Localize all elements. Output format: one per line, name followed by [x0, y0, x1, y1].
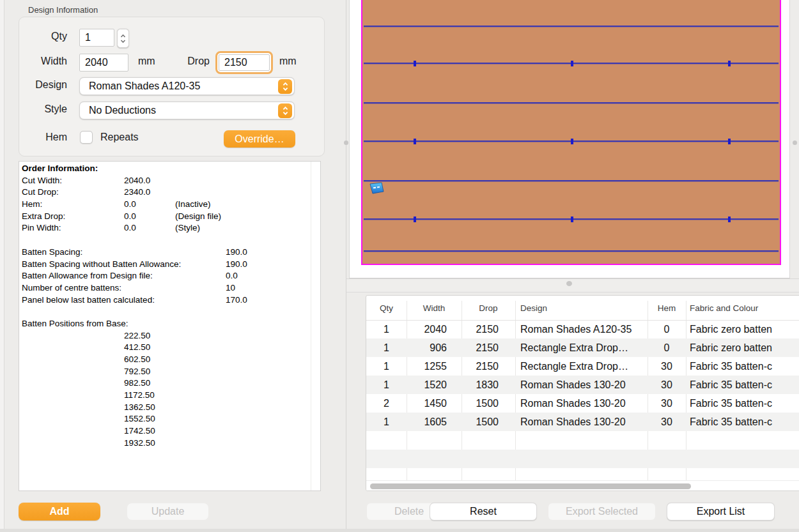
- order-info-line: [19, 234, 320, 247]
- column-header-design[interactable]: Design: [515, 296, 648, 320]
- shade-fabric-panel[interactable]: [361, 0, 781, 265]
- cell-width: 2040: [407, 320, 462, 338]
- order-information-box: Order Information:Cut Width:2040.0Cut Dr…: [19, 161, 321, 491]
- export-selected-button[interactable]: Export Selected: [548, 503, 656, 521]
- qty-input[interactable]: [79, 29, 114, 47]
- cell-drop: 2150: [462, 338, 515, 357]
- order-info-line: Batten Spacing:190.0: [19, 247, 320, 259]
- width-input[interactable]: [79, 54, 128, 72]
- order-info-note: (Inactive): [175, 199, 211, 209]
- add-button[interactable]: Add: [19, 503, 100, 521]
- order-info-label: Batten Allowance from Design file:: [22, 271, 153, 280]
- order-info-line: 222.50: [19, 330, 320, 342]
- column-header-fabric-and-colour[interactable]: Fabric and Colour: [686, 296, 799, 320]
- cell-width: 1520: [407, 376, 462, 394]
- hem-checkbox[interactable]: [80, 131, 93, 144]
- stepper-up-icon: [120, 34, 126, 38]
- splitter-handle-dot[interactable]: [566, 281, 572, 286]
- horizontal-splitter[interactable]: [346, 278, 799, 293]
- batten-tick: [571, 139, 573, 144]
- table-row[interactable]: 116051500Roman Shades 130-2030Fabric 35 …: [366, 413, 799, 431]
- reset-button[interactable]: Reset: [430, 503, 537, 521]
- order-info-value: 0.0: [124, 223, 136, 232]
- table-row-empty[interactable]: [366, 431, 799, 450]
- window-bottom-edge: [0, 529, 799, 532]
- style-select[interactable]: No Deductions: [79, 102, 295, 119]
- batten-position-value: 1172.50: [124, 390, 155, 400]
- design-select-value: Roman Shades A120-35: [89, 80, 200, 92]
- table-row[interactable]: 214501500Roman Shades 130-2030Fabric 35 …: [366, 394, 799, 413]
- cell-design: Roman Shades 130-20: [515, 413, 648, 431]
- batten-line: [364, 26, 779, 27]
- order-info-line: 412.50: [19, 342, 320, 354]
- hem-label: Hem: [26, 132, 67, 143]
- batten-position-value: 222.50: [124, 331, 150, 340]
- order-info-label: Hem:: [22, 199, 42, 209]
- table-hscrollbar-track[interactable]: [366, 480, 799, 491]
- order-info-line: Batten Allowance from Design file:0.0: [19, 270, 320, 282]
- left-scroll-dot[interactable]: [344, 141, 348, 145]
- table-row-empty[interactable]: [366, 450, 799, 468]
- batten-position-value: 602.50: [124, 354, 150, 364]
- table-hscrollbar-thumb[interactable]: [370, 483, 691, 489]
- fabric-tag-icon: [369, 182, 385, 195]
- batten-position-value: 1932.50: [124, 438, 155, 448]
- style-select-value: No Deductions: [89, 105, 156, 116]
- table-row[interactable]: 120402150Roman Shades A120-350Fabric zer…: [366, 320, 799, 338]
- cell-hem: 30: [648, 413, 686, 431]
- order-info-value: 2040.0: [124, 176, 150, 185]
- order-info-line: 982.50: [19, 377, 320, 390]
- design-select[interactable]: Roman Shades A120-35: [79, 77, 295, 95]
- order-info-line: Order Information:: [19, 163, 320, 175]
- batten-tick: [728, 217, 731, 222]
- order-info-line: Hem:0.0(Inactive): [19, 199, 320, 211]
- batten-tick: [571, 61, 573, 66]
- order-info-value: 190.0: [226, 247, 247, 257]
- table-row[interactable]: 19062150Rectangle Extra Drop…0Fabric zer…: [366, 338, 799, 357]
- table-row[interactable]: 112552150Rectangle Extra Drop…30Fabric 3…: [366, 357, 799, 376]
- order-info-line: Panel below last batten calculated:170.0: [19, 294, 320, 307]
- cell-drop: 1500: [462, 413, 515, 431]
- batten-line: [364, 102, 779, 103]
- repeats-label: Repeats: [100, 132, 139, 143]
- export-list-button[interactable]: Export List: [667, 503, 775, 521]
- order-info-value: 0.0: [124, 199, 136, 209]
- override-button[interactable]: Override…: [224, 130, 295, 148]
- cell-width: 906: [407, 338, 462, 357]
- cell-design: Roman Shades A120-35: [515, 320, 648, 338]
- cell-fabric-and-colour: Fabric 35 batten-c: [686, 413, 799, 431]
- order-info-value: 190.0: [226, 259, 247, 269]
- cell-qty: 1: [366, 338, 407, 357]
- order-info-label: Pin Width:: [22, 223, 61, 232]
- table-row[interactable]: 115201830Roman Shades 130-2030Fabric 35 …: [366, 376, 799, 394]
- cell-qty: 1: [366, 413, 407, 431]
- column-header-width[interactable]: Width: [407, 296, 462, 320]
- order-info-line: 792.50: [19, 366, 320, 378]
- order-info-line: Batten Positions from Base:: [19, 318, 320, 330]
- cell-drop: 1830: [462, 376, 515, 394]
- style-select-chevrons-icon: [278, 103, 292, 118]
- order-info-label: Extra Drop:: [22, 211, 65, 221]
- batten-position-value: 412.50: [124, 342, 150, 352]
- cell-fabric-and-colour: Fabric zero batten: [686, 320, 799, 338]
- column-header-qty[interactable]: Qty: [366, 296, 407, 320]
- drop-input[interactable]: [219, 54, 270, 71]
- column-header-drop[interactable]: Drop: [462, 296, 515, 320]
- window-left-edge: [0, 0, 4, 532]
- cell-drop: 1500: [462, 394, 515, 413]
- batten-position-value: 1552.50: [124, 414, 155, 423]
- pane-divider[interactable]: [346, 0, 346, 532]
- batten-position-value: 982.50: [124, 378, 150, 388]
- cell-design: Roman Shades 130-20: [515, 394, 648, 413]
- width-label: Width: [26, 56, 67, 67]
- cell-fabric-and-colour: Fabric 35 batten-c: [686, 376, 799, 394]
- right-scroll-dot[interactable]: [793, 141, 797, 145]
- column-header-hem[interactable]: Hem: [648, 296, 686, 320]
- cell-qty: 1: [366, 357, 407, 376]
- cell-hem: 0: [648, 338, 686, 357]
- update-button[interactable]: Update: [127, 503, 209, 521]
- cell-design: Rectangle Extra Drop…: [515, 338, 648, 357]
- order-info-line: 1932.50: [19, 437, 320, 450]
- qty-stepper[interactable]: [117, 29, 129, 48]
- shade-preview-canvas[interactable]: [349, 0, 790, 278]
